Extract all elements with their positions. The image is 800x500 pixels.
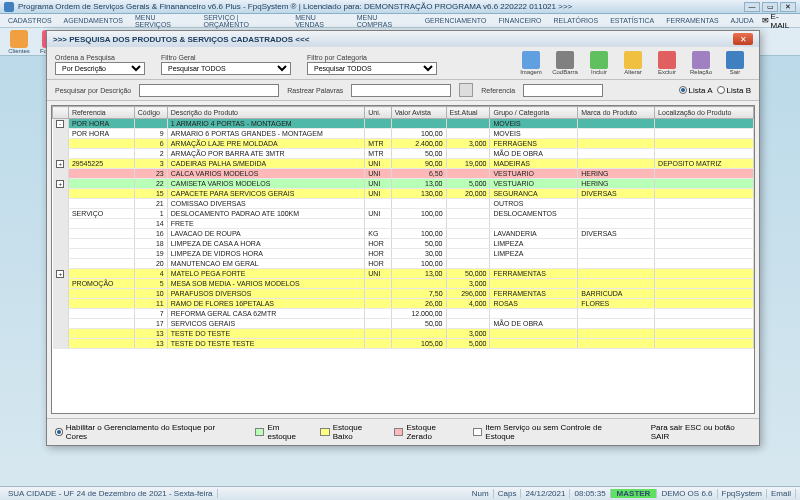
table-row[interactable]: 19LIMPEZA DE VIDROS HORAHOR30,00LIMPEZA (53, 249, 754, 259)
table-row[interactable]: 17SERVICOS GERAIS50,00MÃO DE OBRA (53, 319, 754, 329)
close-button[interactable]: ✕ (780, 2, 796, 12)
action-relação[interactable]: Relação (685, 51, 717, 75)
action-excluir[interactable]: Excluir (651, 51, 683, 75)
swatch-yellow (320, 428, 330, 436)
swatch-green (255, 428, 265, 436)
dialog-close-button[interactable]: ✕ (733, 33, 753, 45)
excluir-icon (658, 51, 676, 69)
table-row[interactable]: SERVIÇO1DESLOCAMENTO PADRAO ATE 100KMUNI… (53, 209, 754, 219)
rastrear-input[interactable] (351, 84, 451, 97)
menu-relatorios[interactable]: RELATÓRIOS (550, 17, 603, 24)
relação-icon (692, 51, 710, 69)
grid-header-row: ReferenciaCódigoDescrição do ProdutoUni.… (53, 107, 754, 119)
col-header[interactable]: Referencia (68, 107, 134, 119)
table-row[interactable]: +22CAMISETA VARIOS MODELOSUNI13,005,000V… (53, 179, 754, 189)
menu-vendas[interactable]: MENU VENDAS (291, 14, 349, 28)
maximize-button[interactable]: ▭ (762, 2, 778, 12)
col-header[interactable] (53, 107, 69, 119)
imagem-icon (522, 51, 540, 69)
status-time: 08:05:35 (570, 489, 610, 498)
expand-button[interactable]: + (56, 270, 64, 278)
action-alterar[interactable]: Alterar (617, 51, 649, 75)
expand-button[interactable]: + (56, 160, 64, 168)
person-icon (10, 30, 28, 48)
envelope-icon: ✉ (762, 16, 769, 25)
table-row[interactable]: 21COMISSAO DIVERSASOUTROS (53, 199, 754, 209)
table-row[interactable]: 20MANUTENCAO EM GERALHOR100,00 (53, 259, 754, 269)
desc-search-input[interactable] (139, 84, 279, 97)
menu-compras[interactable]: MENU COMPRAS (353, 14, 417, 28)
filtro-cat-select[interactable]: Pesquisar TODOS (307, 62, 437, 75)
statusbar: SUA CIDADE - UF 24 de Dezembro de 2021 -… (0, 486, 800, 500)
ordena-select[interactable]: Por Descrição (55, 62, 145, 75)
menu-financeiro[interactable]: FINANCEIRO (494, 17, 545, 24)
action-incluir[interactable]: Incluir (583, 51, 615, 75)
search-products-dialog: >>> PESQUISA DOS PRODUTOS & SERVIÇOS CAD… (46, 30, 760, 446)
table-row[interactable]: PROMOÇÃO5MESA SOB MEDIA - VARIOS MODELOS… (53, 279, 754, 289)
main-menubar: CADASTROS AGENDAMENTOS MENU SERVIÇOS SER… (0, 14, 800, 28)
lista-b-radio[interactable]: Lista B (717, 86, 751, 95)
menu-servicos[interactable]: MENU SERVIÇOS (131, 14, 196, 28)
table-row[interactable]: 13TESTE DO TESTE TESTE105,005,000 (53, 339, 754, 349)
menu-agendamentos[interactable]: AGENDAMENTOS (60, 17, 127, 24)
menu-cadastros[interactable]: CADASTROS (4, 17, 56, 24)
table-row[interactable]: 23CALCA VARIOS MODELOSUNI6,50VESTUARIOHE… (53, 169, 754, 179)
habilitar-checkbox[interactable]: Habilitar o Gerenciamento do Estoque por… (55, 423, 231, 441)
table-row[interactable]: 15CAPACETE PARA SERVICOS GERAISUNI130,00… (53, 189, 754, 199)
menu-estatistica[interactable]: ESTATÍSTICA (606, 17, 658, 24)
table-row[interactable]: +295452253CADEIRAS PALHA S/MEDIDAUNI90,0… (53, 159, 754, 169)
menu-email[interactable]: ✉ E-MAIL (762, 12, 796, 30)
filtro-geral-label: Filtro Geral (161, 54, 291, 61)
col-header[interactable]: Código (134, 107, 167, 119)
table-row[interactable]: 10PARAFUSOS DIVERSOS7,50296,000FERRAMENT… (53, 289, 754, 299)
col-header[interactable]: Uni. (365, 107, 391, 119)
menu-ajuda[interactable]: AJUDA (727, 17, 758, 24)
minimize-button[interactable]: — (744, 2, 760, 12)
col-header[interactable]: Est.Atual (446, 107, 490, 119)
toolbar-clientes[interactable]: Clientes (4, 30, 34, 54)
action-sair[interactable]: Sair (719, 51, 751, 75)
menu-ferramentas[interactable]: FERRAMENTAS (662, 17, 722, 24)
table-row[interactable]: 14FRETE (53, 219, 754, 229)
expand-button[interactable]: - (56, 120, 64, 128)
lista-a-radio[interactable]: Lista A (679, 86, 713, 95)
search-icon[interactable] (459, 83, 473, 97)
filtro-geral-select[interactable]: Pesquisar TODOS (161, 62, 291, 75)
table-row[interactable]: 18LIMPEZA DE CASA A HORAHOR50,00LIMPEZA (53, 239, 754, 249)
rastrear-label: Rastrear Palavras (287, 87, 343, 94)
table-row[interactable]: 6ARMAÇÃO LAJE PRE MOLDADAMTR2.400,003,00… (53, 139, 754, 149)
table-row[interactable]: POR HORA9ARMARIO 6 PORTAS GRANDES - MONT… (53, 129, 754, 139)
table-row[interactable]: 16LAVACAO DE ROUPAKG100,00LAVANDERIADIVE… (53, 229, 754, 239)
menu-gerenciamento[interactable]: GERENCIAMENTO (421, 17, 491, 24)
col-header[interactable]: Marca do Produto (578, 107, 655, 119)
window-title: Programa Ordem de Serviços Gerais & Fina… (18, 2, 744, 11)
filtro-cat-label: Filtro por Categoria (307, 54, 437, 61)
table-row[interactable]: 2ARMAÇÃO POR BARRA ATE 3MTRMTR50,00MÃO D… (53, 149, 754, 159)
action-codbarra[interactable]: CodBarra (549, 51, 581, 75)
expand-button[interactable]: + (56, 180, 64, 188)
dialog-titlebar: >>> PESQUISA DOS PRODUTOS & SERVIÇOS CAD… (47, 31, 759, 47)
col-header[interactable]: Grupo / Categoria (490, 107, 578, 119)
swatch-white (473, 428, 483, 436)
action-imagem[interactable]: Imagem (515, 51, 547, 75)
col-header[interactable]: Valor Avista (391, 107, 446, 119)
table-row[interactable]: +4MATELO PEGA FORTEUNI13,0050,000FERRAME… (53, 269, 754, 279)
table-row[interactable]: 13TESTE DO TESTE3,000 (53, 329, 754, 339)
status-email: Email (767, 489, 796, 498)
incluir-icon (590, 51, 608, 69)
col-header[interactable]: Descrição do Produto (167, 107, 365, 119)
exit-hint: Para sair ESC ou botão SAIR (651, 423, 751, 441)
table-row[interactable]: -POR HORA1 ARMARIO 4 PORTAS - MONTAGEMMO… (53, 119, 754, 129)
ref-input[interactable] (523, 84, 603, 97)
status-master: MASTER (611, 489, 658, 498)
filter-bar: Ordena a Pesquisa Por Descrição Filtro G… (47, 47, 759, 80)
products-grid-container[interactable]: ReferenciaCódigoDescrição do ProdutoUni.… (51, 105, 755, 414)
radio-icon (55, 428, 63, 436)
col-header[interactable]: Localização do Produto (655, 107, 754, 119)
menu-orcamento[interactable]: SERVIÇO | ORÇAMENTO (200, 14, 288, 28)
status-num: Num (468, 489, 494, 498)
search-bar: Pesquisar por Descrição Rastrear Palavra… (47, 80, 759, 101)
table-row[interactable]: 7REFORMA GERAL CASA 62MTR12.000,00 (53, 309, 754, 319)
table-row[interactable]: 11RAMO DE FLORES 16PETALAS26,004,000ROSA… (53, 299, 754, 309)
status-demo: DEMO OS 6.6 (657, 489, 717, 498)
